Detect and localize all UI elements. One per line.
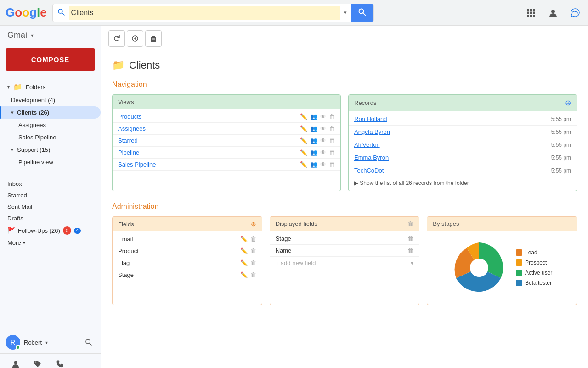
delete-button[interactable]: [145, 30, 162, 47]
edit-icon-flag[interactable]: ✏️: [240, 259, 248, 266]
edit-icon-sales-pipeline[interactable]: ✏️: [300, 161, 307, 168]
field-name-product: Product: [118, 247, 240, 254]
sidebar-item-support[interactable]: ▾ Support (15): [0, 144, 101, 156]
sidebar-item-more[interactable]: More ▾: [0, 237, 101, 248]
view-link-assignees[interactable]: Assignees: [118, 125, 300, 132]
users-icon-assignees[interactable]: 👥: [310, 125, 317, 132]
account-icon[interactable]: [546, 6, 560, 20]
displayed-fields-delete-icon[interactable]: 🗑: [407, 220, 413, 227]
compose-button[interactable]: COMPOSE: [6, 48, 95, 71]
sidebar-item-assignees[interactable]: Assignees: [0, 119, 101, 131]
drafts-label: Drafts: [7, 215, 23, 222]
view-link-products[interactable]: Products: [118, 113, 300, 120]
field-actions-product: ✏️ 🗑: [240, 247, 256, 254]
sidebar-item-clients[interactable]: ▾ Clients (26): [0, 106, 101, 119]
edit-icon-starred[interactable]: ✏️: [300, 137, 307, 144]
sidebar-item-drafts[interactable]: Drafts: [0, 213, 101, 224]
svg-rect-8: [530, 12, 532, 14]
legend-label-active-user: Active user: [525, 270, 552, 276]
apps-icon[interactable]: [524, 6, 538, 20]
record-item-emma-byron[interactable]: Emma Byron 5:55 pm: [349, 151, 577, 164]
delete-icon-flag[interactable]: 🗑: [250, 259, 256, 266]
user-search-icon[interactable]: [82, 336, 95, 349]
delete-icon-assignees[interactable]: 🗑: [329, 125, 335, 132]
add-button[interactable]: [127, 30, 143, 47]
views-label: Views: [118, 98, 134, 105]
delete-icon-email[interactable]: 🗑: [250, 236, 256, 242]
stages-card: By stages: [427, 216, 577, 305]
eye-icon-pipeline[interactable]: 👁: [320, 149, 326, 156]
field-name-flag: Flag: [118, 259, 240, 266]
eye-icon-starred[interactable]: 👁: [320, 137, 326, 144]
legend-item-lead: Lead: [516, 249, 552, 256]
view-link-starred[interactable]: Starred: [118, 137, 300, 144]
view-link-pipeline[interactable]: Pipeline: [118, 149, 300, 156]
users-icon-sales-pipeline[interactable]: 👥: [310, 161, 317, 168]
delete-icon-sales-pipeline[interactable]: 🗑: [329, 161, 335, 168]
edit-icon-product[interactable]: ✏️: [240, 247, 248, 254]
record-item-techcodot[interactable]: TechCoDot 5:55 pm: [349, 164, 577, 177]
legend-label-beta-tester: Beta tester: [525, 280, 552, 286]
record-item-ron-holland[interactable]: Ron Holland 5:55 pm: [349, 113, 577, 126]
edit-icon-pipeline[interactable]: ✏️: [300, 149, 307, 156]
show-all-records[interactable]: ▶ Show the list of all 26 records from t…: [349, 177, 577, 189]
support-label: Support (15): [17, 146, 50, 153]
view-link-sales-pipeline[interactable]: Sales Pipeline: [118, 161, 300, 168]
delete-icon-starred[interactable]: 🗑: [329, 137, 335, 144]
sidebar-item-follow-ups[interactable]: 🚩 Follow-Ups (26) 0 4: [0, 224, 101, 237]
sidebar-item-starred[interactable]: Starred: [0, 190, 101, 201]
sidebar-item-sales-pipeline[interactable]: Sales Pipeline: [0, 131, 101, 144]
search-dropdown-icon[interactable]: ▾: [340, 6, 351, 19]
sidebar-item-folders[interactable]: ▾ 📁 Folders: [0, 80, 101, 94]
field-actions-flag: ✏️ 🗑: [240, 259, 256, 266]
edit-icon-stage[interactable]: ✏️: [240, 271, 248, 278]
eye-icon-assignees[interactable]: 👁: [320, 125, 326, 132]
view-item-products: Products ✏️ 👥 👁 🗑: [113, 111, 340, 123]
delete-icon-pipeline[interactable]: 🗑: [329, 149, 335, 156]
sidebar-item-sent-mail[interactable]: Sent Mail: [0, 201, 101, 213]
avatar: R: [6, 335, 20, 350]
gmail-header[interactable]: Gmail ▾: [0, 26, 101, 45]
legend-item-prospect: Prospect: [516, 259, 552, 266]
user-dropdown-icon[interactable]: ▾: [45, 340, 48, 345]
edit-icon-products[interactable]: ✏️: [300, 113, 307, 120]
legend-item-active-user: Active user: [516, 270, 552, 276]
chat-icon[interactable]: [568, 6, 582, 20]
stages-label: By stages: [433, 220, 459, 227]
sidebar-item-inbox[interactable]: Inbox: [0, 178, 101, 190]
users-icon-products[interactable]: 👥: [310, 113, 317, 120]
record-name-techcodot: TechCoDot: [354, 167, 551, 174]
phone-icon[interactable]: [53, 357, 66, 368]
records-card-body: Ron Holland 5:55 pm Angela Byron 5:55 pm…: [349, 111, 577, 191]
eye-icon-products[interactable]: 👁: [320, 113, 326, 120]
edit-icon-email[interactable]: ✏️: [240, 236, 248, 242]
person-icon[interactable]: [9, 357, 22, 368]
eye-icon-sales-pipeline[interactable]: 👁: [320, 161, 326, 168]
refresh-button[interactable]: [108, 30, 125, 47]
record-time-ron-holland: 5:55 pm: [551, 116, 571, 122]
displayed-field-del-stage[interactable]: 🗑: [407, 235, 413, 242]
fields-card-header: Fields ⊕: [113, 217, 262, 231]
search-input[interactable]: [69, 6, 340, 20]
record-item-ali-verton[interactable]: Ali Verton 5:55 pm: [349, 138, 577, 151]
sidebar-item-pipeline-view[interactable]: Pipeline view: [0, 156, 101, 168]
delete-icon-stage[interactable]: 🗑: [250, 271, 256, 278]
record-item-angela-byron[interactable]: Angela Byron 5:55 pm: [349, 126, 577, 138]
sidebar-item-development[interactable]: Development (4): [0, 94, 101, 106]
view-actions-assignees: ✏️ 👥 👁 🗑: [300, 125, 335, 132]
field-name-email: Email: [118, 236, 240, 242]
google-logo[interactable]: Google: [6, 6, 47, 20]
edit-icon-assignees[interactable]: ✏️: [300, 125, 307, 132]
records-add-icon[interactable]: ⊕: [565, 98, 571, 107]
users-icon-starred[interactable]: 👥: [310, 137, 317, 144]
tag-icon[interactable]: [31, 357, 44, 368]
search-button[interactable]: [351, 4, 373, 22]
delete-icon-product[interactable]: 🗑: [250, 247, 256, 254]
delete-icon-products[interactable]: 🗑: [329, 113, 335, 120]
fields-add-icon[interactable]: ⊕: [251, 220, 256, 228]
users-icon-pipeline[interactable]: 👥: [310, 149, 317, 156]
legend-item-beta-tester: Beta tester: [516, 280, 552, 286]
add-new-field-button[interactable]: + add new field ▾: [270, 257, 419, 269]
legend-color-prospect: [516, 259, 522, 266]
displayed-field-del-name[interactable]: 🗑: [407, 247, 413, 254]
